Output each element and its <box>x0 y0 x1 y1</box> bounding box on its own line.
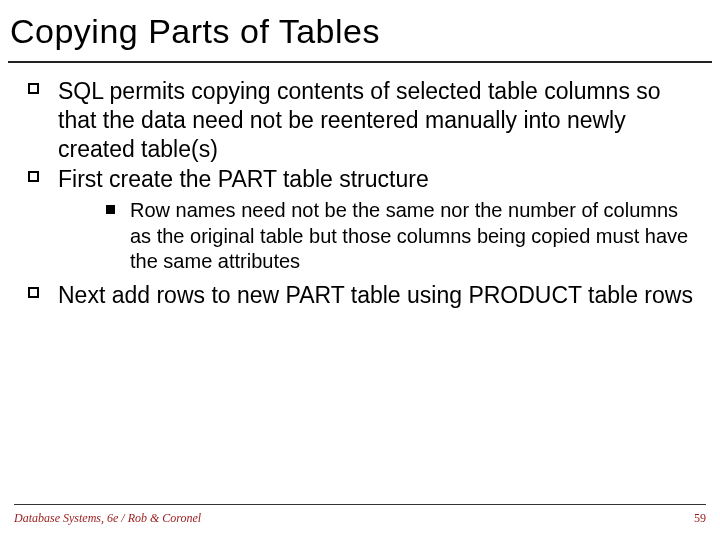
slide-footer: Database Systems, 6e / Rob & Coronel 59 <box>0 504 720 526</box>
bullet-text: Row names need not be the same nor the n… <box>130 199 688 272</box>
bullet-text: First create the PART table structure <box>58 166 429 192</box>
page-number: 59 <box>694 511 706 526</box>
sub-bullet-list: Row names need not be the same nor the n… <box>58 198 704 275</box>
square-bullet-icon <box>28 171 39 182</box>
footer-rule <box>14 504 706 505</box>
bullet-list: SQL permits copying contents of selected… <box>16 77 704 310</box>
filled-square-bullet-icon <box>106 205 115 214</box>
bullet-text: SQL permits copying contents of selected… <box>58 78 661 162</box>
title-rule <box>8 61 712 63</box>
footer-source: Database Systems, 6e / Rob & Coronel <box>14 511 201 526</box>
slide: Copying Parts of Tables SQL permits copy… <box>0 0 720 540</box>
list-item: Row names need not be the same nor the n… <box>58 198 704 275</box>
bullet-text: Next add rows to new PART table using PR… <box>58 282 693 308</box>
slide-title: Copying Parts of Tables <box>8 6 712 57</box>
square-bullet-icon <box>28 83 39 94</box>
slide-content: SQL permits copying contents of selected… <box>8 77 712 310</box>
list-item: Next add rows to new PART table using PR… <box>16 281 704 310</box>
list-item: SQL permits copying contents of selected… <box>16 77 704 163</box>
footer-row: Database Systems, 6e / Rob & Coronel 59 <box>14 511 706 526</box>
list-item: First create the PART table structure Ro… <box>16 165 704 275</box>
square-bullet-icon <box>28 287 39 298</box>
